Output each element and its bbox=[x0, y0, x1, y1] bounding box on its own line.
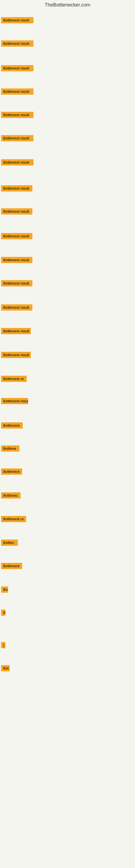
bottleneck-item-10: Bottleneck result bbox=[1, 233, 32, 240]
bottleneck-item-8: Bottleneck result bbox=[1, 185, 32, 193]
bottleneck-badge-16[interactable]: Bottleneck re bbox=[1, 376, 27, 382]
bottleneck-badge-28[interactable]: Bot bbox=[1, 665, 10, 671]
bottleneck-badge-3[interactable]: Bottleneck result bbox=[1, 65, 34, 71]
bottleneck-badge-15[interactable]: Bottleneck result bbox=[1, 352, 31, 358]
bottleneck-item-27: | bbox=[1, 642, 5, 649]
bottleneck-badge-26[interactable]: B bbox=[1, 610, 5, 616]
bottleneck-badge-22[interactable]: Bottleneck re bbox=[1, 516, 26, 522]
bottleneck-badge-20[interactable]: Bottleneck bbox=[1, 468, 22, 475]
bottleneck-badge-7[interactable]: Bottleneck result bbox=[1, 159, 34, 165]
bottleneck-badge-14[interactable]: Bottleneck result bbox=[1, 328, 31, 334]
bottleneck-badge-4[interactable]: Bottleneck result bbox=[1, 88, 34, 95]
bottleneck-badge-1[interactable]: Bottleneck result bbox=[1, 17, 34, 23]
bottleneck-item-23: Bottlen bbox=[1, 539, 18, 547]
bottleneck-item-21: Bottlenec bbox=[1, 492, 20, 500]
bottleneck-badge-11[interactable]: Bottleneck result bbox=[1, 257, 32, 263]
bottleneck-badge-6[interactable]: Bottleneck result bbox=[1, 135, 34, 141]
site-title: TheBottlenecker.com bbox=[0, 0, 135, 10]
bottleneck-item-13: Bottleneck result bbox=[1, 304, 32, 312]
bottleneck-badge-12[interactable]: Bottleneck result bbox=[1, 280, 32, 286]
bottleneck-badge-23[interactable]: Bottlen bbox=[1, 539, 18, 546]
bottleneck-item-9: Bottleneck result bbox=[1, 208, 32, 216]
bottleneck-badge-2[interactable]: Bottleneck result bbox=[1, 40, 34, 46]
bottleneck-item-19: Bottlene bbox=[1, 445, 19, 453]
bottleneck-badge-5[interactable]: Bottleneck result bbox=[1, 112, 34, 118]
bottleneck-badge-17[interactable]: Bottleneck resul bbox=[1, 398, 28, 404]
bottleneck-item-28: Bot bbox=[1, 665, 10, 673]
bottleneck-item-14: Bottleneck result bbox=[1, 328, 31, 335]
bottleneck-item-20: Bottleneck bbox=[1, 468, 22, 476]
bottleneck-item-1: Bottleneck result bbox=[1, 17, 34, 24]
bottleneck-item-16: Bottleneck re bbox=[1, 376, 27, 383]
bottleneck-item-2: Bottleneck result bbox=[1, 40, 34, 48]
bottleneck-item-6: Bottleneck result bbox=[1, 135, 34, 143]
bottleneck-badge-8[interactable]: Bottleneck result bbox=[1, 185, 32, 191]
bottleneck-item-26: B bbox=[1, 610, 5, 617]
bottleneck-item-4: Bottleneck result bbox=[1, 88, 34, 96]
bottleneck-item-17: Bottleneck resul bbox=[1, 398, 28, 405]
bottleneck-badge-18[interactable]: Bottleneck bbox=[1, 422, 23, 429]
bottleneck-item-25: Bo bbox=[1, 586, 8, 594]
bottleneck-badge-9[interactable]: Bottleneck result bbox=[1, 208, 32, 215]
bottleneck-badge-27[interactable]: | bbox=[1, 642, 5, 648]
bottleneck-item-12: Bottleneck result bbox=[1, 280, 32, 287]
bottleneck-item-5: Bottleneck result bbox=[1, 112, 34, 119]
bottleneck-item-11: Bottleneck result bbox=[1, 257, 32, 264]
bottleneck-badge-13[interactable]: Bottleneck result bbox=[1, 304, 32, 311]
bottleneck-badge-21[interactable]: Bottlenec bbox=[1, 492, 20, 499]
bottleneck-item-24: Bottleneck bbox=[1, 563, 22, 570]
bottleneck-item-18: Bottleneck bbox=[1, 422, 23, 430]
bottleneck-item-15: Bottleneck result bbox=[1, 352, 31, 359]
bottleneck-badge-19[interactable]: Bottlene bbox=[1, 445, 19, 452]
bottleneck-badge-25[interactable]: Bo bbox=[1, 586, 8, 593]
bottleneck-item-7: Bottleneck result bbox=[1, 159, 34, 166]
bottleneck-item-22: Bottleneck re bbox=[1, 516, 26, 523]
bottleneck-badge-24[interactable]: Bottleneck bbox=[1, 563, 22, 569]
bottleneck-badge-10[interactable]: Bottleneck result bbox=[1, 233, 32, 239]
bottleneck-item-3: Bottleneck result bbox=[1, 65, 34, 72]
